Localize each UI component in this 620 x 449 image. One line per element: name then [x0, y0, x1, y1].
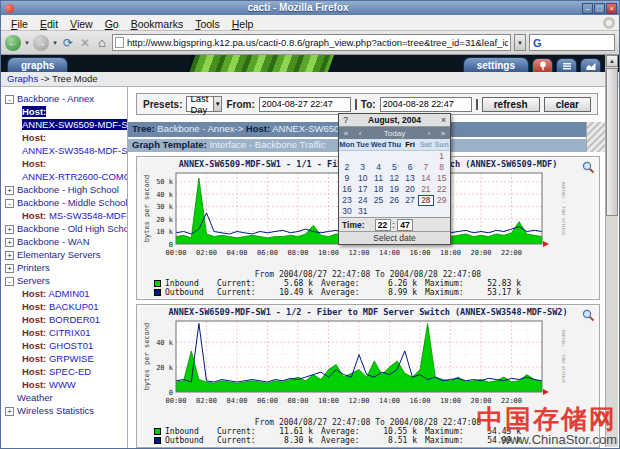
scroll-up-icon[interactable]: ▲	[606, 55, 618, 67]
menu-item-file[interactable]: File	[5, 18, 34, 30]
refresh-button[interactable]: refresh	[482, 97, 540, 112]
calendar-day-18[interactable]: 18	[371, 184, 387, 195]
vertical-scrollbar[interactable]: ▲	[605, 55, 618, 447]
forward-icon[interactable]: →	[33, 35, 49, 51]
calendar-day-28[interactable]: 28	[418, 195, 434, 206]
sidebar-host-annex-rtr2600-comcast[interactable]: Host:ANNEX-RTR2600-COMCAST	[5, 157, 127, 183]
expand-icon[interactable]: +	[5, 186, 14, 195]
zoom-graph-icon[interactable]	[582, 160, 595, 178]
expand-icon[interactable]: +	[5, 238, 14, 247]
menu-item-view[interactable]: View	[64, 18, 99, 30]
reload-icon[interactable]: ⟳	[61, 36, 75, 50]
maximize-button[interactable]: □	[594, 3, 605, 14]
sidebar-host-citrix01[interactable]: Host: CITRIX01	[5, 326, 127, 339]
sidebar-item-backbone-annex[interactable]: -Backbone - Annex	[5, 92, 127, 105]
sidebar-host-www[interactable]: Host: WWW	[5, 378, 127, 391]
sidebar-item-backbone-high-school[interactable]: +Backbone - High School	[5, 183, 127, 196]
sidebar-item-elementary-servers[interactable]: +Elementary Servers	[5, 248, 127, 261]
sidebar-host-ms-sw3548-mdf-sw1[interactable]: Host: MS-SW3548-MDF-SW1	[5, 209, 127, 222]
calendar-day-2[interactable]: 2	[339, 162, 355, 173]
collapse-icon[interactable]: -	[5, 277, 14, 286]
calendar-day-20[interactable]: 20	[402, 184, 418, 195]
menu-item-go[interactable]: Go	[99, 18, 125, 30]
calendar-day-29[interactable]: 29	[434, 195, 450, 206]
calendar-today-button[interactable]: Today	[367, 129, 422, 138]
calendar-day-22[interactable]: 22	[434, 184, 450, 195]
sidebar-host-ghost01[interactable]: Host: GHOST01	[5, 339, 127, 352]
calendar-day-7[interactable]: 7	[418, 162, 434, 173]
expand-icon[interactable]: +	[5, 264, 14, 273]
calendar-nav-arrow-4[interactable]: »	[436, 129, 450, 138]
stop-icon[interactable]: ✕	[78, 36, 92, 50]
sidebar-host-backup01[interactable]: Host: BACKUP01	[5, 300, 127, 313]
calendar-day-24[interactable]: 24	[355, 195, 371, 206]
calendar-day-5[interactable]: 5	[386, 162, 402, 173]
menu-item-tools[interactable]: Tools	[189, 18, 226, 30]
calendar-day-16[interactable]: 16	[339, 184, 355, 195]
preset-dropdown-icon[interactable]: ▼	[213, 97, 221, 111]
sidebar-item-backbone-middle-school[interactable]: -Backbone - Middle School	[5, 196, 127, 209]
calendar-day-6[interactable]: 6	[402, 162, 418, 173]
calendar-close-icon[interactable]: ×	[437, 115, 450, 125]
calendar-day-3[interactable]: 3	[355, 162, 371, 173]
sidebar-host-annex-sw3548-mdf-sw2[interactable]: Host:ANNEX-SW3548-MDF-SW2	[5, 131, 127, 157]
list-view-tab-icon[interactable]	[556, 58, 577, 72]
sidebar-item-wireless-statistics[interactable]: +Wireless Statistics	[5, 404, 127, 417]
to-date-input[interactable]	[380, 97, 472, 112]
sidebar-item-backbone-old-high-school[interactable]: +Backbone - Old High School	[5, 222, 127, 235]
tree-view-tab-icon[interactable]	[532, 58, 553, 72]
calendar-day-11[interactable]: 11	[371, 173, 387, 184]
calendar-help-icon[interactable]: ?	[339, 115, 352, 125]
calendar-nav-arrow-0[interactable]: «	[339, 129, 353, 138]
url-bar[interactable]	[112, 34, 511, 51]
calendar-day-1[interactable]: 1	[434, 151, 450, 162]
close-button[interactable]: ×	[606, 3, 617, 14]
calendar-nav-arrow-3[interactable]: ›	[422, 129, 436, 138]
calendar-day-31[interactable]: 31	[355, 206, 371, 217]
sidebar-host-border01[interactable]: Host: BORDER01	[5, 313, 127, 326]
calendar-day-30[interactable]: 30	[339, 206, 355, 217]
sidebar-item-weather[interactable]: Weather	[5, 391, 127, 404]
back-dropdown-icon[interactable]: ▼	[24, 40, 30, 46]
sidebar-host-annex-sw6509-mdf-sw1[interactable]: Host:ANNEX-SW6509-MDF-SW1	[5, 105, 127, 131]
expand-icon[interactable]: +	[5, 407, 14, 416]
sidebar-item-servers[interactable]: -Servers	[5, 274, 127, 287]
scrollbar-thumb[interactable]	[606, 68, 618, 216]
collapse-icon[interactable]: -	[5, 199, 14, 208]
expand-icon[interactable]: +	[5, 251, 14, 260]
from-date-input[interactable]	[259, 97, 351, 112]
time-hour-input[interactable]: 22	[375, 219, 391, 231]
sidebar-item-printers[interactable]: +Printers	[5, 261, 127, 274]
time-minute-input[interactable]: 47	[397, 219, 413, 231]
tab-graphs[interactable]: graphs	[7, 57, 68, 72]
calendar-day-15[interactable]: 15	[434, 173, 450, 184]
calendar-day-14[interactable]: 14	[418, 173, 434, 184]
url-history-dropdown-icon[interactable]: ▼	[514, 34, 526, 51]
calendar-day-21[interactable]: 21	[418, 184, 434, 195]
sidebar-host-admin01[interactable]: Host: ADMIN01	[5, 287, 127, 300]
sidebar-host-grpwise[interactable]: Host: GRPWISE	[5, 352, 127, 365]
calendar-nav-arrow-1[interactable]: ‹	[353, 129, 367, 138]
minimize-button[interactable]: –	[582, 3, 593, 14]
url-input[interactable]	[127, 37, 508, 48]
menu-item-bookmarks[interactable]: Bookmarks	[125, 18, 190, 30]
zoom-graph-icon[interactable]	[582, 308, 595, 326]
sidebar-item-backbone-wan[interactable]: +Backbone - WAN	[5, 235, 127, 248]
clear-button[interactable]: clear	[544, 97, 591, 112]
calendar-day-23[interactable]: 23	[339, 195, 355, 206]
calendar-day-17[interactable]: 17	[355, 184, 371, 195]
home-icon[interactable]: ⌂	[95, 35, 109, 50]
breadcrumb-graphs-link[interactable]: Graphs	[7, 73, 38, 84]
calendar-day-19[interactable]: 19	[386, 184, 402, 195]
from-calendar-icon[interactable]	[355, 99, 357, 110]
calendar-day-12[interactable]: 12	[386, 173, 402, 184]
back-icon[interactable]: ←	[5, 35, 21, 51]
calendar-day-27[interactable]: 27	[402, 195, 418, 206]
to-calendar-icon[interactable]	[476, 99, 478, 110]
calendar-day-4[interactable]: 4	[371, 162, 387, 173]
preset-select[interactable]: Last Day ▼	[186, 96, 222, 112]
preview-view-tab-icon[interactable]	[580, 58, 601, 72]
menu-item-edit[interactable]: Edit	[34, 18, 64, 30]
search-input[interactable]: G	[529, 34, 615, 51]
calendar-day-10[interactable]: 10	[355, 173, 371, 184]
